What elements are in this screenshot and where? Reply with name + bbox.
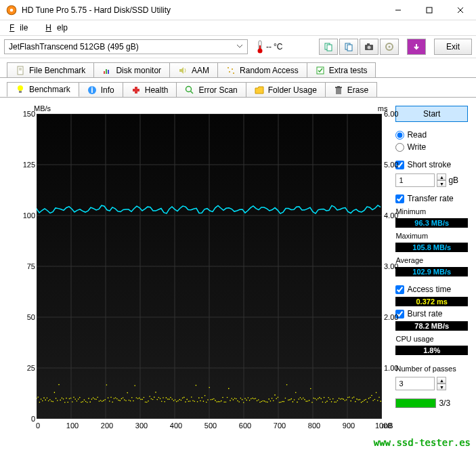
menu-file[interactable]: File [4,22,39,34]
svg-point-208 [258,399,259,400]
svg-point-150 [171,398,173,400]
svg-point-288 [377,400,378,401]
transfer-rate-check[interactable]: Transfer rate [395,194,468,203]
start-button[interactable]: Start [395,106,468,122]
svg-point-199 [244,398,246,399]
svg-point-200 [246,400,247,401]
svg-point-104 [103,400,104,401]
tab-erase[interactable]: Erase [325,82,377,97]
write-radio[interactable]: Write [395,142,468,152]
exit-button[interactable]: Exit [434,39,472,55]
short-stroke-check[interactable]: Short stroke [395,160,468,169]
svg-point-127 [137,398,139,399]
svg-point-245 [313,398,314,399]
svg-point-230 [290,398,292,400]
svg-point-69 [51,400,52,402]
svg-point-179 [215,400,216,401]
tab-error-scan[interactable]: Error Scan [176,82,246,97]
checklist-icon [316,66,325,75]
svg-point-95 [89,401,91,403]
tab-info[interactable]: i Info [79,82,123,97]
svg-point-229 [289,399,290,400]
svg-point-103 [102,400,103,402]
svg-point-224 [282,401,283,403]
tab-extra-tests[interactable]: Extra tests [307,62,376,77]
svg-point-255 [328,397,329,398]
svg-point-203 [251,398,252,400]
settings-button[interactable] [380,39,399,55]
minimize-button[interactable] [383,0,414,20]
svg-point-282 [368,398,370,399]
num-passes-spinner[interactable]: ▲▼ [437,377,446,390]
num-passes-label: Number of passes [395,365,468,373]
svg-point-264 [341,398,343,400]
svg-point-118 [124,399,125,400]
tab-random-access[interactable]: Random Access [217,62,307,77]
copy-info-button[interactable] [319,39,338,55]
save-button[interactable] [407,39,426,55]
svg-point-187 [227,397,228,398]
burst-rate-check[interactable]: Burst rate [395,309,468,319]
svg-point-220 [276,398,277,399]
tab-disk-monitor[interactable]: Disk monitor [93,62,170,77]
short-stroke-spinner[interactable]: ▲▼ [437,173,446,187]
cpu-usage-value: 1.8% [395,346,468,355]
svg-point-197 [242,399,243,400]
svg-point-86 [77,400,78,402]
svg-point-132 [145,401,146,403]
folder-icon [255,85,264,95]
svg-point-96 [91,398,93,400]
tab-benchmark[interactable]: Benchmark [7,82,79,97]
svg-point-149 [170,397,171,398]
svg-point-252 [324,397,325,398]
svg-point-67 [48,400,49,402]
close-button[interactable] [445,0,476,20]
svg-point-79 [66,398,67,399]
tab-file-benchmark[interactable]: File Benchmark [7,62,94,77]
svg-point-190 [231,398,232,399]
svg-point-78 [64,402,66,403]
tab-health[interactable]: Health [123,82,177,97]
tab-folder-usage[interactable]: Folder Usage [246,82,326,97]
svg-point-193 [236,398,237,400]
svg-point-27 [233,73,234,74]
svg-point-117 [123,397,124,398]
read-radio[interactable]: Read [395,130,468,140]
svg-point-182 [219,401,221,403]
svg-point-211 [263,400,264,402]
svg-point-270 [350,400,351,402]
bulb-icon [16,85,25,94]
svg-point-80 [67,402,68,403]
svg-point-286 [374,399,376,400]
svg-point-228 [288,400,289,401]
svg-point-83 [72,401,73,403]
access-time-check[interactable]: Access time [395,285,468,294]
svg-point-287 [376,392,377,394]
title-bar: HD Tune Pro 5.75 - Hard Disk/SSD Utility [0,0,476,20]
svg-point-102 [100,400,102,401]
cpu-usage-label: CPU usage [395,335,468,343]
num-passes-input[interactable] [395,377,435,390]
svg-point-142 [160,398,161,399]
svg-point-174 [207,399,209,400]
short-stroke-input[interactable] [395,173,435,187]
svg-point-112 [115,397,116,398]
maximize-button[interactable] [414,0,445,20]
x-label: mB [382,422,393,430]
drive-select[interactable]: JetFlashTranscend 512GB (495 gB) [4,39,248,54]
svg-point-169 [200,400,201,402]
svg-point-221 [278,396,279,398]
svg-point-238 [303,397,304,398]
svg-point-139 [155,392,156,393]
screenshot-button[interactable] [360,39,378,55]
svg-point-290 [380,400,381,402]
copy-screenshot-button[interactable] [339,39,358,55]
menu-help[interactable]: Help [40,22,79,34]
chart-icon [102,66,112,75]
y-left-label: MB/s [34,104,51,112]
svg-point-63 [42,400,43,402]
svg-point-210 [261,401,262,403]
svg-point-268 [347,397,349,398]
tab-aam[interactable]: AAM [169,62,218,77]
svg-point-98 [94,398,95,400]
